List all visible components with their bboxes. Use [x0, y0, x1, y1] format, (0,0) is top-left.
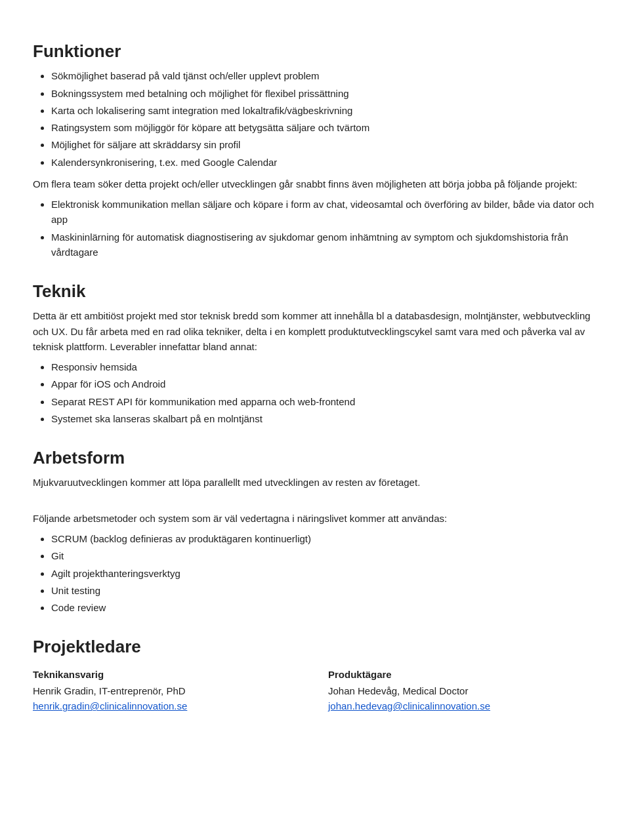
list-item: SCRUM (backlog definieras av produktägar…: [51, 531, 597, 546]
list-item: Ratingsystem som möjliggör för köpare at…: [51, 120, 597, 135]
arbetsform-heading: Arbetsform: [33, 445, 597, 471]
team-list: Elektronisk kommunikation mellan säljare…: [51, 197, 597, 260]
funktioner-section: Funktioner Sökmöjlighet baserad på vald …: [33, 38, 597, 170]
list-item: Bokningssystem med betalning och möjligh…: [51, 86, 597, 101]
produktagare-col: Produktägare Johan Hedevåg, Medical Doct…: [328, 667, 597, 714]
list-item: Separat REST API för kommunikation med a…: [51, 394, 597, 409]
team-section: Om flera team söker detta projekt och/el…: [33, 176, 597, 260]
team-intro: Om flera team söker detta projekt och/el…: [33, 176, 597, 191]
arbetsform-para2: Följande arbetsmetoder och system som är…: [33, 511, 597, 526]
teknikansvarig-col: Teknikansvarig Henrik Gradin, IT-entrepr…: [33, 667, 302, 714]
arbetsform-para1: Mjukvaruutvecklingen kommer att löpa par…: [33, 475, 597, 490]
list-item: Möjlighet för säljare att skräddarsy sin…: [51, 137, 597, 152]
projektledare-section: Projektledare Teknikansvarig Henrik Grad…: [33, 633, 597, 713]
produktagare-email[interactable]: johan.hedevag@clinicalinnovation.se: [328, 700, 490, 711]
teknikansvarig-label: Teknikansvarig: [33, 667, 302, 682]
teknik-section: Teknik Detta är ett ambitiöst projekt me…: [33, 278, 597, 426]
list-item: Agilt projekthanteringsverktyg: [51, 566, 597, 581]
projektledare-columns: Teknikansvarig Henrik Gradin, IT-entrepr…: [33, 667, 597, 714]
list-item: Kalendersynkronisering, t.ex. med Google…: [51, 155, 597, 170]
teknik-para1: Detta är ett ambitiöst projekt med stor …: [33, 308, 597, 354]
list-item: Karta och lokalisering samt integration …: [51, 103, 597, 118]
produktagare-name: Johan Hedevåg, Medical Doctor: [328, 683, 597, 698]
list-item: Sökmöjlighet baserad på vald tjänst och/…: [51, 68, 597, 83]
list-item: Appar för iOS och Android: [51, 376, 597, 391]
list-item: Unit testing: [51, 583, 597, 598]
teknikansvarig-name: Henrik Gradin, IT-entreprenör, PhD: [33, 683, 302, 698]
arbetsform-section: Arbetsform Mjukvaruutvecklingen kommer a…: [33, 445, 597, 615]
teknikansvarig-email[interactable]: henrik.gradin@clinicalinnovation.se: [33, 700, 187, 711]
list-item: Code review: [51, 600, 597, 615]
projektledare-heading: Projektledare: [33, 633, 597, 660]
list-item: Responsiv hemsida: [51, 359, 597, 374]
list-item: Elektronisk kommunikation mellan säljare…: [51, 197, 597, 228]
teknik-list: Responsiv hemsida Appar för iOS och Andr…: [51, 359, 597, 426]
list-item: Maskininlärning för automatisk diagnosti…: [51, 230, 597, 260]
list-item: Git: [51, 548, 597, 563]
funktioner-heading: Funktioner: [33, 38, 597, 64]
teknik-heading: Teknik: [33, 278, 597, 304]
produktagare-label: Produktägare: [328, 667, 597, 682]
funktioner-list: Sökmöjlighet baserad på vald tjänst och/…: [51, 68, 597, 170]
list-item: Systemet ska lanseras skalbart på en mol…: [51, 411, 597, 426]
arbetsform-list: SCRUM (backlog definieras av produktägar…: [51, 531, 597, 615]
